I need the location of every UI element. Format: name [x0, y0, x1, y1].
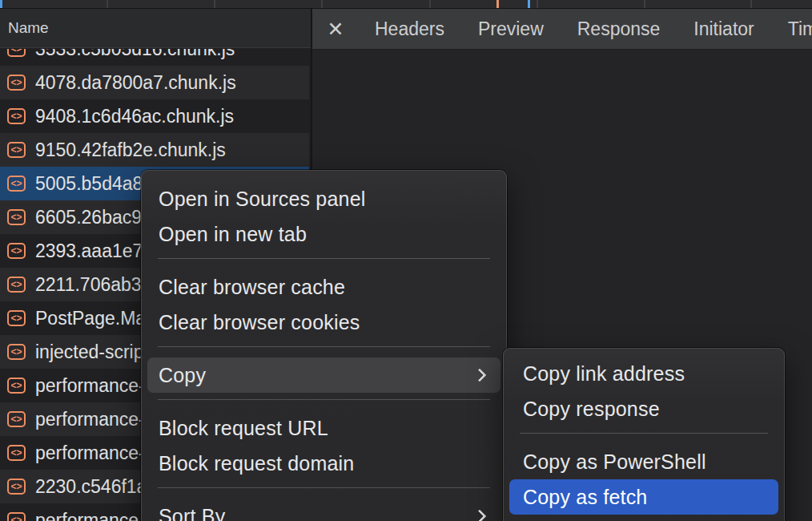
- script-file-icon: <>: [7, 411, 26, 427]
- timeline-gridline: [214, 0, 215, 8]
- network-overview-timeline[interactable]: [0, 0, 812, 9]
- menu-item-block-request-domain[interactable]: Block request domain: [142, 446, 506, 481]
- menu-item-open-in-sources-panel[interactable]: Open in Sources panel: [142, 181, 506, 216]
- script-file-icon: <>: [7, 310, 26, 326]
- menu-item-sort-by[interactable]: Sort By: [142, 499, 506, 521]
- load-marker-blue-2-icon: [528, 0, 530, 8]
- menu-separator: [158, 487, 490, 488]
- timeline-gridline: [107, 0, 108, 8]
- script-file-icon: <>: [7, 243, 26, 259]
- menu-separator: [158, 346, 490, 347]
- timeline-gridline: [321, 0, 323, 8]
- menu-separator: [158, 258, 490, 259]
- tab-preview[interactable]: Preview: [461, 9, 561, 50]
- tab-initiator[interactable]: Initiator: [677, 9, 770, 50]
- script-file-icon: <>: [7, 277, 26, 293]
- script-file-icon: <>: [7, 209, 26, 225]
- context-menu: Open in Sources panel Open in new tab Cl…: [141, 170, 507, 521]
- timeline-gridline: [429, 0, 431, 8]
- request-name: 4078.da7800a7.chunk.js: [35, 72, 236, 94]
- script-file-icon: <>: [7, 378, 26, 394]
- menu-item-clear-browser-cache[interactable]: Clear browser cache: [142, 269, 506, 305]
- tab-headers[interactable]: Headers: [358, 9, 461, 50]
- timeline-gridline: [750, 0, 752, 8]
- script-file-icon: <>: [7, 49, 26, 57]
- request-name: 9408.1c6d46ac.chunk.js: [35, 106, 234, 127]
- submenu-item-copy-response[interactable]: Copy response: [504, 391, 784, 426]
- chevron-right-icon: [473, 510, 487, 521]
- copy-submenu: Copy link address Copy response Copy as …: [503, 348, 785, 521]
- submenu-item-copy-link-address[interactable]: Copy link address: [504, 356, 784, 391]
- script-file-icon: <>: [7, 479, 26, 495]
- tab-timing[interactable]: Timing: [771, 9, 812, 50]
- table-row[interactable]: <> 9150.42fafb2e.chunk.js: [0, 133, 309, 167]
- load-marker-blue-icon: [0, 0, 2, 8]
- menu-item-copy[interactable]: Copy: [147, 357, 500, 393]
- table-row[interactable]: <> 4078.da7800a7.chunk.js: [0, 66, 309, 99]
- table-row[interactable]: <> 3533.c5b05d16.chunk.js: [0, 49, 309, 66]
- submenu-item-copy-as-fetch[interactable]: Copy as fetch: [509, 479, 778, 515]
- menu-item-open-in-new-tab[interactable]: Open in new tab: [142, 216, 506, 252]
- name-column-label: Name: [8, 19, 49, 36]
- tab-response[interactable]: Response: [561, 9, 677, 50]
- script-file-icon: <>: [7, 176, 26, 192]
- script-file-icon: <>: [7, 344, 26, 360]
- request-name: 3533.c5b05d16.chunk.js: [35, 49, 235, 60]
- menu-separator: [520, 433, 768, 434]
- name-column-header[interactable]: Name: [0, 9, 311, 48]
- dcl-marker-orange-icon: [496, 0, 499, 8]
- timeline-gridline: [537, 0, 538, 8]
- script-file-icon: <>: [7, 75, 26, 91]
- menu-item-block-request-url[interactable]: Block request URL: [142, 410, 506, 446]
- submenu-item-copy-as-powershell[interactable]: Copy as PowerShell: [504, 444, 784, 479]
- script-file-icon: <>: [7, 108, 26, 124]
- devtools-network-panel: Name <> 3533.c5b05d16.chunk.js <> 4078.d…: [0, 0, 812, 521]
- menu-item-clear-browser-cookies[interactable]: Clear browser cookies: [142, 305, 506, 340]
- request-name: 9150.42fafb2e.chunk.js: [35, 139, 226, 161]
- close-icon[interactable]: ✕: [324, 18, 347, 41]
- chevron-right-icon: [473, 369, 487, 382]
- timeline-gridline: [644, 0, 645, 8]
- menu-separator: [158, 399, 490, 400]
- table-row[interactable]: <> 9408.1c6d46ac.chunk.js: [0, 99, 309, 133]
- detail-tab-bar: ✕ HeadersPreviewResponseInitiatorTiming: [312, 9, 812, 50]
- script-file-icon: <>: [7, 445, 26, 461]
- script-file-icon: <>: [7, 512, 26, 521]
- script-file-icon: <>: [7, 142, 26, 158]
